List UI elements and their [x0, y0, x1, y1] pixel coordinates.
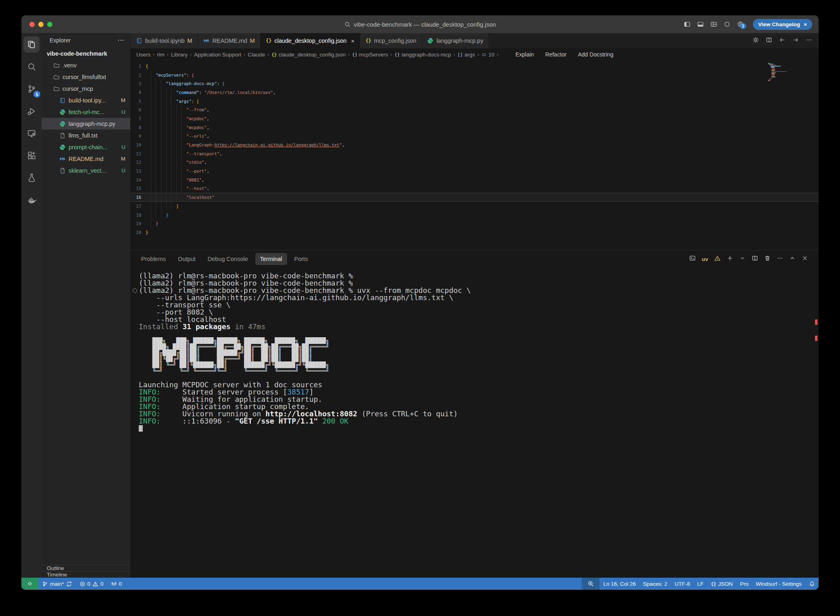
activity-item-extensions[interactable] — [23, 147, 40, 163]
close-window-button[interactable] — [29, 22, 35, 27]
tab-README.md[interactable]: README.mdM — [198, 33, 261, 48]
activity-item-explorer[interactable] — [23, 36, 40, 52]
minimap[interactable] — [768, 63, 787, 81]
tree-item[interactable]: llms_full.txt — [42, 129, 130, 141]
panel-tab-ports[interactable]: Ports — [290, 253, 313, 265]
gear-button[interactable] — [752, 37, 759, 45]
changelog-close-icon[interactable]: × — [804, 21, 807, 27]
status-eol[interactable]: LF — [694, 578, 707, 590]
trash-button[interactable] — [764, 255, 771, 263]
tree-item[interactable]: fetch-url-mc...U — [42, 106, 130, 118]
sidebar-section-outline[interactable]: Outline — [42, 565, 130, 571]
status-pro[interactable]: Pro — [736, 578, 752, 590]
tree-item[interactable]: cursor_mcp — [42, 83, 130, 94]
tree-item[interactable]: .venv — [42, 59, 130, 71]
layout-grid-button[interactable] — [711, 21, 717, 27]
status-zoom[interactable] — [582, 578, 600, 590]
tab-claude_desktop_config.json[interactable]: {}claude_desktop_config.json× — [261, 33, 360, 48]
status-problems[interactable]: 00 — [76, 578, 107, 590]
split-icon — [766, 37, 772, 43]
status-remote[interactable] — [21, 578, 38, 590]
status-language-mode[interactable]: {}JSON — [707, 578, 736, 590]
tree-item[interactable]: cursor_llmsfulltxt — [42, 71, 130, 83]
terminal-profile-label[interactable]: uv — [702, 256, 708, 262]
tree-item[interactable]: README.mdM — [42, 153, 130, 165]
activity-item-search[interactable] — [23, 58, 40, 75]
status-windsurf-settings[interactable]: Windsurf - Settings — [752, 578, 805, 590]
close-button[interactable] — [802, 255, 808, 263]
status-indentation[interactable]: Spaces: 2 — [640, 578, 671, 590]
activity-item-remote-explorer[interactable] — [23, 125, 40, 141]
tab-mcp_config.json[interactable]: {}mcp_config.json — [360, 33, 422, 48]
terminal[interactable]: (llama2) rlm@rs-macbook-pro vibe-code-be… — [131, 267, 819, 578]
sidebar-section-timeline[interactable]: Timeline — [42, 571, 130, 578]
layout-sidebar-button[interactable] — [684, 21, 690, 27]
tree-item-label: cursor_llmsfulltxt — [63, 74, 106, 80]
code-editor[interactable]: 1{2"mcpServers": {3"langgraph-docs-mcp":… — [131, 61, 819, 250]
close-tab-icon[interactable]: × — [351, 38, 354, 44]
status-encoding[interactable]: UTF-8 — [671, 578, 694, 590]
account-button[interactable]: 1 — [737, 21, 744, 27]
docker-icon — [27, 195, 36, 205]
arrow-right-button[interactable] — [792, 37, 799, 45]
status-ports-forwarded[interactable]: 0 — [107, 578, 126, 590]
tree-item[interactable]: langgraph-mcp.py — [42, 118, 130, 129]
code-token: , — [219, 151, 222, 156]
code-action-explain[interactable]: Explain — [515, 51, 534, 58]
tree-item[interactable]: vibe-code-benchmark — [42, 48, 130, 59]
code-action-refactor[interactable]: Refactor — [545, 51, 567, 58]
tree-item[interactable]: prompt-chain...U — [42, 141, 130, 153]
indent-guide — [166, 167, 167, 175]
arrow-left-button[interactable] — [779, 37, 786, 45]
minimap-line — [771, 77, 775, 77]
minimize-window-button[interactable] — [38, 22, 44, 27]
view-changelog-button[interactable]: View Changelog× — [753, 19, 812, 30]
more-button[interactable] — [777, 255, 783, 263]
layout-panel-button[interactable] — [697, 21, 704, 27]
terminal-box-button[interactable] — [689, 255, 696, 263]
chevron-up-button[interactable] — [789, 255, 796, 263]
status-git-branch[interactable]: main* — [38, 578, 76, 590]
split-button[interactable] — [766, 37, 772, 45]
breadcrumb-item[interactable]: Library — [171, 52, 188, 58]
code-token: { — [192, 73, 194, 77]
activity-item-run-debug[interactable] — [23, 103, 40, 119]
breadcrumb-item[interactable]: []args — [458, 52, 475, 58]
activity-item-docker[interactable] — [23, 192, 40, 208]
line-number: 15 — [131, 186, 141, 191]
activity-item-source-control[interactable]: 5 — [23, 81, 40, 97]
breadcrumb-item[interactable]: Users — [136, 52, 150, 58]
tree-item[interactable]: build-tool.ipy...M — [42, 94, 130, 106]
panel-tab-terminal[interactable]: Terminal — [255, 253, 287, 265]
window-title-area[interactable]: vibe-code-benchmark — claude_desktop_con… — [344, 21, 496, 28]
maximize-window-button[interactable] — [47, 22, 52, 27]
tab-build-tool.ipynb[interactable]: build-tool.ipynbM — [131, 33, 198, 48]
status-cursor-position[interactable]: Ln 16, Col 26 — [600, 578, 639, 590]
file-icon — [59, 132, 66, 139]
chevron-down-small-button[interactable] — [739, 255, 746, 263]
breadcrumb-item[interactable]: Claude — [248, 52, 265, 58]
braces-icon: {} — [271, 52, 277, 57]
code-action-add-docstring[interactable]: Add Docstring — [578, 51, 613, 58]
breadcrumb-item[interactable]: rlm — [157, 52, 165, 58]
split-button[interactable] — [752, 255, 758, 263]
status-notifications[interactable] — [805, 578, 819, 590]
breadcrumb-item[interactable]: Application Support — [194, 52, 241, 58]
explorer-more-actions[interactable]: ··· — [118, 37, 125, 44]
code-token: https://langchain-ai.github.io/langgraph… — [215, 142, 340, 147]
more-button[interactable] — [806, 37, 812, 45]
circle-button[interactable] — [724, 21, 730, 27]
panel-tab-problems[interactable]: Problems — [136, 253, 171, 265]
breadcrumb-item[interactable]: {}langgraph-docs-mcp — [394, 52, 451, 58]
panel-tab-debug-console[interactable]: Debug Console — [203, 253, 253, 265]
breadcrumb-item[interactable]: 10 — [481, 52, 494, 58]
breadcrumb-item[interactable]: {}mcpServers — [352, 52, 388, 58]
plus-button[interactable] — [727, 255, 733, 263]
activity-item-testing[interactable] — [23, 169, 40, 186]
warning-button[interactable] — [714, 255, 721, 263]
panel-tab-output[interactable]: Output — [173, 253, 200, 265]
breadcrumb-item[interactable]: {}claude_desktop_config.json — [271, 52, 346, 58]
git-status-badge: U — [121, 167, 125, 173]
tree-item[interactable]: sklearn_vect...U — [42, 165, 130, 176]
tab-langgraph-mcp.py[interactable]: langgraph-mcp.py — [422, 33, 489, 48]
